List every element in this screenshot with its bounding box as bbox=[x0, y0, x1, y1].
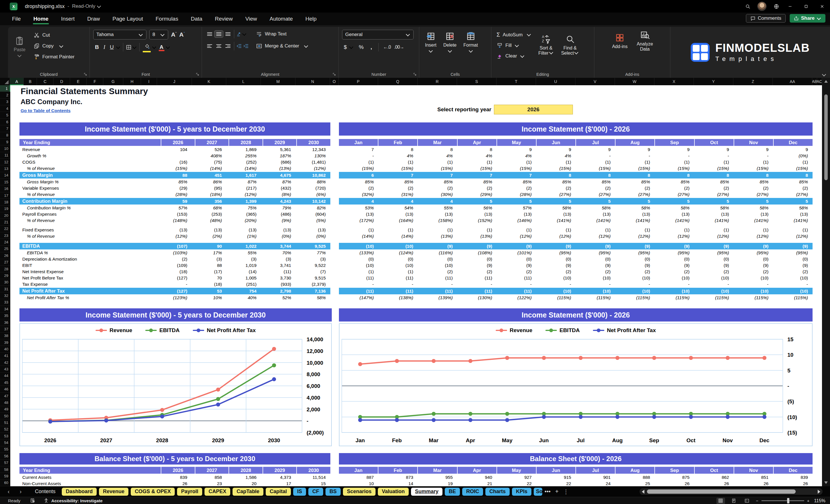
cell[interactable]: (9) bbox=[576, 263, 615, 268]
cell[interactable]: (10) bbox=[773, 276, 812, 281]
cell[interactable]: (0) bbox=[655, 257, 694, 262]
cell[interactable]: (30%) bbox=[418, 192, 457, 197]
cell[interactable]: (15%) bbox=[734, 166, 773, 171]
cell[interactable]: 85% bbox=[497, 179, 536, 185]
column-header-J[interactable]: J bbox=[157, 78, 192, 85]
cell[interactable]: 52% bbox=[261, 295, 296, 300]
sheet-tab-charts[interactable]: Charts bbox=[485, 488, 510, 496]
percent-format-button[interactable]: % bbox=[357, 44, 365, 50]
vertical-scrollbar[interactable] bbox=[822, 78, 830, 486]
column-header-O[interactable]: O bbox=[330, 78, 339, 85]
cell[interactable]: (2) bbox=[536, 186, 576, 191]
table-column-header[interactable]: 2027 bbox=[195, 139, 229, 146]
cell[interactable]: (1) bbox=[615, 227, 655, 232]
cell[interactable]: 8 bbox=[694, 173, 734, 178]
cell[interactable]: (10) bbox=[655, 276, 694, 281]
column-header-W[interactable]: W bbox=[615, 78, 655, 85]
cell[interactable]: (11) bbox=[457, 289, 497, 294]
cell[interactable]: (2) bbox=[418, 269, 457, 274]
row-header-53[interactable]: 53 bbox=[0, 433, 10, 439]
cell[interactable]: (12%) bbox=[734, 234, 773, 239]
cell[interactable]: 5 bbox=[576, 199, 615, 204]
cell[interactable]: 75% bbox=[226, 206, 261, 211]
row-header-41[interactable]: 41 bbox=[0, 353, 10, 359]
align-center-button[interactable] bbox=[215, 43, 223, 50]
cell[interactable]: 20 bbox=[226, 481, 261, 486]
table-column-header[interactable]: Jul bbox=[575, 139, 615, 146]
cell[interactable]: (12%) bbox=[773, 234, 812, 239]
cell[interactable]: 68% bbox=[192, 206, 226, 211]
cell[interactable]: (14%) bbox=[339, 234, 378, 239]
cell[interactable]: 4,675 bbox=[261, 173, 296, 178]
cell[interactable]: - bbox=[157, 282, 192, 287]
cell[interactable]: 11,514 bbox=[296, 475, 330, 480]
cell[interactable]: 23 bbox=[192, 481, 226, 486]
cell[interactable]: (12%) bbox=[536, 234, 576, 239]
row-label[interactable]: Variable Expenses bbox=[20, 186, 157, 191]
cell[interactable]: (31%) bbox=[378, 192, 418, 197]
cell[interactable]: (1) bbox=[734, 227, 773, 232]
column-header-AA[interactable]: AA bbox=[773, 78, 812, 85]
cell[interactable]: (1) bbox=[536, 160, 576, 165]
cell[interactable]: 408% bbox=[192, 153, 226, 158]
cell[interactable]: 85% bbox=[773, 179, 812, 185]
cell[interactable]: (9) bbox=[576, 244, 615, 249]
cell[interactable]: (10) bbox=[615, 276, 655, 281]
column-header-Q[interactable]: Q bbox=[378, 78, 418, 85]
cell[interactable]: (1,481) bbox=[296, 160, 330, 165]
cell[interactable]: (9) bbox=[497, 263, 536, 268]
sheet-tab-cogs-opex[interactable]: COGS & OPEX bbox=[131, 488, 175, 496]
cell[interactable]: (0) bbox=[773, 257, 812, 262]
table-column-header[interactable]: Mar bbox=[417, 467, 457, 474]
scroll-up-icon[interactable] bbox=[824, 80, 828, 83]
cell[interactable]: 451 bbox=[192, 173, 226, 178]
cell[interactable]: (0%) bbox=[261, 234, 296, 239]
cell[interactable]: 88 bbox=[192, 263, 226, 268]
row-header-5[interactable]: 5 bbox=[0, 112, 10, 119]
row-header-15[interactable]: 15 bbox=[0, 179, 10, 185]
cell[interactable]: (14) bbox=[226, 269, 261, 274]
table-column-header[interactable]: Aug bbox=[615, 139, 655, 146]
cell[interactable]: (365) bbox=[226, 212, 261, 217]
column-header-U[interactable]: U bbox=[536, 78, 575, 85]
column-header-N[interactable]: N bbox=[295, 78, 330, 85]
cell[interactable]: (28%) bbox=[497, 192, 536, 197]
cell[interactable]: (172%) bbox=[339, 218, 378, 223]
row-header-60[interactable]: 60 bbox=[0, 480, 10, 486]
legend-item[interactable]: Net Profit After Tax bbox=[593, 327, 656, 334]
cell[interactable]: (141%) bbox=[615, 218, 655, 223]
cell[interactable]: (48%) bbox=[192, 218, 226, 223]
cell[interactable]: (0) bbox=[418, 257, 457, 262]
bold-button[interactable]: B bbox=[93, 44, 101, 50]
cell[interactable]: 85% bbox=[694, 179, 734, 185]
cell[interactable]: 22 bbox=[497, 481, 536, 486]
row-header-16[interactable]: 16 bbox=[0, 186, 10, 192]
cell[interactable]: - bbox=[497, 282, 536, 287]
cell[interactable]: (12%) bbox=[157, 234, 192, 239]
cell[interactable]: (9) bbox=[457, 244, 497, 249]
cell[interactable]: (1) bbox=[694, 227, 734, 232]
cell[interactable]: (432) bbox=[261, 186, 296, 191]
cell[interactable]: (115%) bbox=[655, 295, 694, 300]
cell[interactable]: (9) bbox=[655, 244, 694, 249]
cell[interactable]: (2) bbox=[734, 186, 773, 191]
cell[interactable]: 1,399 bbox=[226, 199, 261, 204]
cell[interactable]: (15%) bbox=[536, 166, 576, 171]
cell[interactable]: (130%) bbox=[457, 295, 497, 300]
cell[interactable]: 9 bbox=[694, 147, 734, 152]
cell[interactable]: (3) bbox=[296, 257, 330, 262]
sheet-tab-roic[interactable]: ROIC bbox=[462, 488, 483, 496]
cell[interactable]: (2) bbox=[694, 186, 734, 191]
cell[interactable]: 8 bbox=[615, 173, 655, 178]
income-statement-annual-chart[interactable]: RevenueEBITDANet Profit After Tax14,0001… bbox=[20, 323, 332, 446]
cell[interactable]: 10% bbox=[192, 295, 226, 300]
row-header-45[interactable]: 45 bbox=[0, 379, 10, 386]
cell[interactable]: (15%) bbox=[615, 166, 655, 171]
cell[interactable]: (0) bbox=[576, 257, 615, 262]
zoom-in-icon[interactable]: + bbox=[807, 498, 810, 503]
cell[interactable]: 887 bbox=[339, 475, 378, 480]
cell[interactable]: (11) bbox=[497, 276, 536, 281]
cell[interactable]: (122%) bbox=[497, 295, 536, 300]
menu-item-automate[interactable]: Automate bbox=[269, 14, 293, 23]
cell[interactable]: - bbox=[536, 282, 576, 287]
